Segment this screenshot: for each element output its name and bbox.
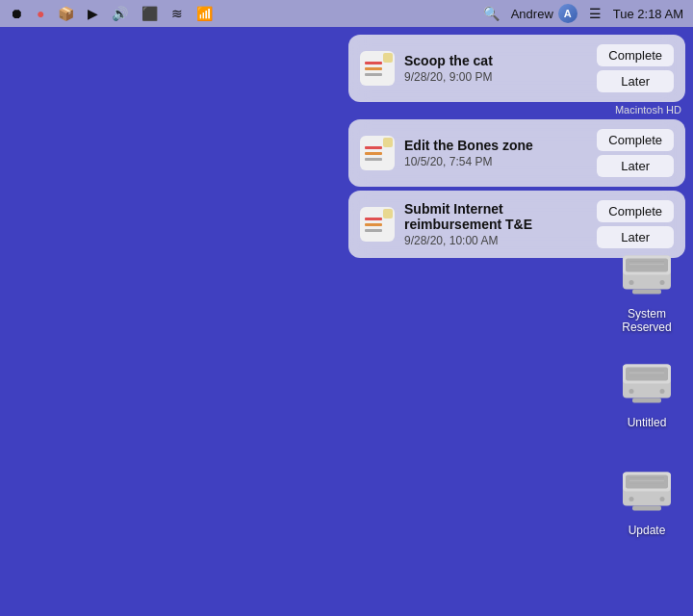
username-label: Andrew <box>511 7 553 21</box>
notif-time-3: 9/28/20, 10:00 AM <box>404 234 587 247</box>
notification-card-1: Scoop the cat 9/28/20, 9:00 PM Complete … <box>348 35 685 102</box>
notifications-container: Scoop the cat 9/28/20, 9:00 PM Complete … <box>348 35 685 258</box>
notif-text-1: Scoop the cat 9/28/20, 9:00 PM <box>404 53 587 84</box>
svg-rect-11 <box>626 368 668 381</box>
notif-text-3: Submit Internet reimbursement T&E 9/28/2… <box>404 201 587 247</box>
notif-title-2: Edit the Bones zone <box>404 138 587 153</box>
complete-button-2[interactable]: Complete <box>597 129 674 151</box>
notif-actions-1: Complete Later <box>597 44 674 92</box>
forward-icon[interactable]: ▶ <box>88 6 98 21</box>
clock: Tue 2:18 AM <box>613 7 683 21</box>
later-button-1[interactable]: Later <box>597 70 674 92</box>
svg-rect-24 <box>632 506 661 511</box>
airplay-icon[interactable]: ⬛ <box>141 6 158 21</box>
wifi-icon[interactable]: 📶 <box>196 6 213 21</box>
system-reserved-label: System Reserved <box>608 307 685 334</box>
svg-point-25 <box>629 497 634 501</box>
bluetooth-icon[interactable]: ≋ <box>171 6 183 21</box>
disk-image-untitled <box>618 354 676 412</box>
record-icon[interactable]: ● <box>37 6 44 21</box>
svg-point-26 <box>660 497 665 501</box>
later-button-2[interactable]: Later <box>597 155 674 177</box>
untitled-label: Untitled <box>628 416 667 429</box>
menu-icon[interactable]: ☰ <box>589 6 602 21</box>
notif-time-2: 10/5/20, 7:54 PM <box>404 155 587 168</box>
svg-rect-6 <box>632 290 661 295</box>
disk-image-update <box>618 462 676 520</box>
menubar-left: ⏺ ● 📦 ▶ 🔊 ⬛ ≋ 📶 <box>10 6 213 21</box>
complete-button-3[interactable]: Complete <box>597 200 674 222</box>
notification-card-2: Edit the Bones zone 10/5/20, 7:54 PM Com… <box>348 119 685 187</box>
svg-point-17 <box>660 389 665 394</box>
reminder-icon-3 <box>360 207 395 242</box>
macintosh-hd-label: Macintosh HD <box>348 104 685 116</box>
desktop-icon-system-reserved[interactable]: System Reserved <box>608 245 685 334</box>
volume-icon[interactable]: 🔊 <box>112 6 128 21</box>
menubar-right: 🔍 Andrew A ☰ Tue 2:18 AM <box>483 4 683 23</box>
desktop-icon-untitled[interactable]: Untitled <box>608 354 685 429</box>
notif-actions-3: Complete Later <box>597 200 674 248</box>
notif-title-3: Submit Internet reimbursement T&E <box>404 201 587 232</box>
menubar-user[interactable]: Andrew A <box>511 4 578 23</box>
svg-point-16 <box>629 389 634 394</box>
svg-point-8 <box>660 280 665 285</box>
svg-rect-15 <box>632 398 661 403</box>
svg-rect-2 <box>626 259 668 272</box>
disk-image-system-reserved <box>618 245 676 303</box>
svg-rect-20 <box>626 475 668 489</box>
stop-icon[interactable]: ⏺ <box>10 6 23 21</box>
notif-title-1: Scoop the cat <box>404 53 587 68</box>
desktop-icon-update[interactable]: Update <box>608 462 685 537</box>
menubar: ⏺ ● 📦 ▶ 🔊 ⬛ ≋ 📶 🔍 Andrew A ☰ Tue 2:18 AM <box>0 0 693 27</box>
dropbox-icon[interactable]: 📦 <box>58 6 74 21</box>
reminder-icon-1 <box>360 51 395 86</box>
reminder-icon-2 <box>360 136 395 170</box>
notif-actions-2: Complete Later <box>597 129 674 177</box>
complete-button-1[interactable]: Complete <box>597 44 674 66</box>
search-icon[interactable]: 🔍 <box>483 6 500 21</box>
avatar: A <box>558 4 578 23</box>
notif-text-2: Edit the Bones zone 10/5/20, 7:54 PM <box>404 138 587 168</box>
update-label: Update <box>629 524 666 537</box>
notif-time-1: 9/28/20, 9:00 PM <box>404 70 587 84</box>
svg-point-7 <box>629 280 634 285</box>
